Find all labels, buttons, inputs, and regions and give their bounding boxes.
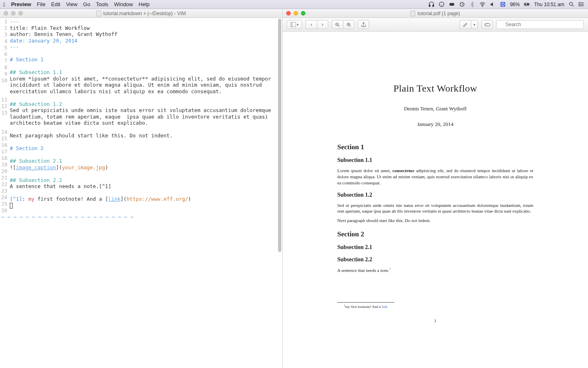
notification-center-icon[interactable] <box>579 1 585 7</box>
menu-help[interactable]: Help <box>139 1 150 7</box>
footnote-link: link <box>382 305 388 309</box>
spotlight-icon[interactable] <box>568 1 575 7</box>
svg-line-30 <box>350 25 351 27</box>
pdf-footnote: 1my first footnote! And a link <box>337 304 533 309</box>
preview-title: tutorial.pdf (1 page) <box>417 11 460 16</box>
pdf-page: Plain Text Workflow Dennis Tenen, Grant … <box>292 34 578 368</box>
macos-menubar:  Preview File Edit View Go Tools Window… <box>0 0 588 9</box>
document-icon <box>410 11 415 16</box>
svg-point-20 <box>579 4 579 4</box>
wifi-icon[interactable] <box>479 1 486 7</box>
prev-page-button[interactable]: ‹ <box>305 20 317 29</box>
vim-title: tutorial.markdown + (~/Desktop) - VIM <box>103 11 186 16</box>
svg-point-19 <box>579 2 579 3</box>
pdf-author: Dennis Tenen, Grant Wythoff <box>337 105 533 112</box>
document-icon <box>96 11 101 16</box>
menu-file[interactable]: File <box>37 1 45 7</box>
footnote-ref: 1 <box>389 267 391 271</box>
pdf-section-heading: Section 2 <box>337 230 533 238</box>
minimize-button[interactable] <box>294 11 298 16</box>
svg-point-14 <box>570 2 573 6</box>
share-button[interactable] <box>358 20 369 29</box>
pdf-paragraph: Lorem ipsum dolor sit amet, consectetur … <box>337 168 533 186</box>
headphones-icon[interactable] <box>428 1 434 7</box>
highlight-button[interactable] <box>459 20 471 29</box>
menu-view[interactable]: View <box>66 1 78 7</box>
pdf-subsection-heading: Subsection 1.1 <box>337 157 533 164</box>
highlight-dropdown[interactable]: ▾ <box>471 20 478 29</box>
sidebar-toggle-button[interactable]: ▾ <box>287 20 302 29</box>
keyboard-icon[interactable] <box>449 1 455 7</box>
pdf-subsection-heading: Subsection 1.2 <box>337 192 533 198</box>
svg-point-21 <box>579 6 579 6</box>
menu-edit[interactable]: Edit <box>51 1 60 7</box>
pdf-paragraph: Sed ut perspiciatis unde omnis iste natu… <box>337 202 533 215</box>
svg-point-32 <box>486 25 486 25</box>
minimize-button[interactable] <box>11 11 16 16</box>
pdf-title: Plain Text Workflow <box>337 83 533 94</box>
battery-icon[interactable] <box>524 1 530 7</box>
svg-rect-22 <box>290 22 296 27</box>
apple-menu-icon[interactable]:  <box>3 1 5 8</box>
markup-button[interactable] <box>481 20 493 29</box>
svg-line-15 <box>572 5 573 6</box>
zoom-in-button[interactable] <box>343 20 354 29</box>
app-menu[interactable]: Preview <box>11 1 31 7</box>
next-page-button[interactable]: › <box>317 20 328 29</box>
battery-percent: 96% <box>510 2 520 7</box>
pdf-page-number: 1 <box>337 319 533 323</box>
info-icon[interactable] <box>439 1 445 7</box>
scrollbar[interactable] <box>278 19 281 252</box>
timemachine-icon[interactable] <box>459 1 465 7</box>
svg-rect-12 <box>529 4 530 5</box>
zoom-button[interactable] <box>301 11 305 16</box>
app-status-icon[interactable] <box>500 1 506 7</box>
svg-rect-1 <box>433 5 434 7</box>
svg-line-26 <box>338 25 339 27</box>
footnote-rule <box>337 302 394 303</box>
menu-window[interactable]: Window <box>114 1 133 7</box>
zoom-out-button[interactable] <box>332 20 343 29</box>
preview-window: tutorial.pdf (1 page) ▾ ‹ › <box>283 9 588 368</box>
search-input[interactable] <box>496 20 584 29</box>
volume-icon[interactable] <box>490 1 496 7</box>
vim-window: tutorial.markdown + (~/Desktop) - VIM 12… <box>0 9 283 368</box>
pdf-viewport[interactable]: Plain Text Workflow Dennis Tenen, Grant … <box>283 31 588 368</box>
close-button[interactable] <box>4 11 8 16</box>
pdf-section-heading: Section 1 <box>337 143 533 151</box>
preview-titlebar[interactable]: tutorial.pdf (1 page) <box>283 9 588 18</box>
clock[interactable]: Thu 10:51 am <box>534 2 564 7</box>
pdf-paragraph: A sentence that needs a note.1 <box>337 267 533 274</box>
pdf-paragraph: Next paragraph should start like this. D… <box>337 218 533 224</box>
menu-tools[interactable]: Tools <box>96 1 108 7</box>
svg-point-7 <box>482 6 483 7</box>
vim-titlebar[interactable]: tutorial.markdown + (~/Desktop) - VIM <box>0 9 282 18</box>
svg-rect-5 <box>450 3 454 5</box>
pdf-subsection-heading: Subsection 2.1 <box>337 244 533 251</box>
close-button[interactable] <box>286 11 291 16</box>
vim-editor[interactable]: 1234567891011121314151617181920212223242… <box>0 18 282 368</box>
pdf-date: January 20, 2014 <box>337 121 533 128</box>
preview-toolbar: ▾ ‹ › ▾ <box>283 18 588 31</box>
menu-go[interactable]: Go <box>83 1 90 7</box>
bluetooth-icon[interactable] <box>469 1 475 7</box>
zoom-button[interactable] <box>18 11 23 16</box>
svg-rect-0 <box>429 5 430 7</box>
pdf-subsection-heading: Subsection 2.2 <box>337 256 533 263</box>
